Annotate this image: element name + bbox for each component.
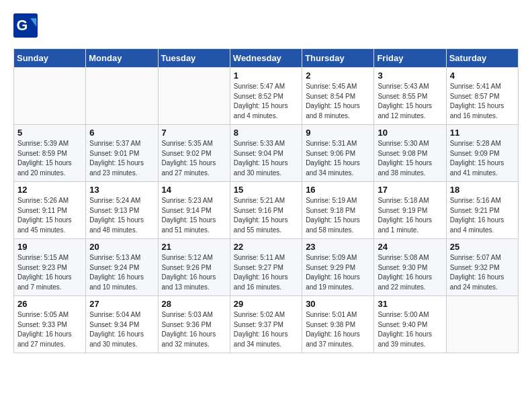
day-number: 26	[17, 299, 82, 309]
calendar-cell: 31Sunrise: 5:00 AM Sunset: 9:40 PM Dayli…	[374, 296, 446, 353]
calendar-cell: 3Sunrise: 5:43 AM Sunset: 8:55 PM Daylig…	[374, 68, 446, 125]
day-number: 12	[17, 185, 82, 195]
calendar-cell: 24Sunrise: 5:08 AM Sunset: 9:30 PM Dayli…	[374, 239, 446, 296]
day-number: 15	[234, 185, 298, 195]
calendar-cell: 9Sunrise: 5:31 AM Sunset: 9:06 PM Daylig…	[302, 125, 374, 182]
logo: G	[13, 13, 40, 38]
day-info: Sunrise: 5:09 AM Sunset: 9:29 PM Dayligh…	[306, 253, 370, 292]
day-info: Sunrise: 5:11 AM Sunset: 9:27 PM Dayligh…	[234, 253, 298, 292]
day-info: Sunrise: 5:28 AM Sunset: 9:09 PM Dayligh…	[450, 139, 515, 178]
day-number: 23	[306, 242, 370, 252]
calendar-cell: 13Sunrise: 5:24 AM Sunset: 9:13 PM Dayli…	[86, 182, 158, 239]
calendar-week-row: 1Sunrise: 5:47 AM Sunset: 8:52 PM Daylig…	[14, 68, 519, 125]
day-info: Sunrise: 5:23 AM Sunset: 9:14 PM Dayligh…	[162, 196, 226, 235]
calendar-cell: 19Sunrise: 5:15 AM Sunset: 9:23 PM Dayli…	[14, 239, 86, 296]
day-number: 24	[378, 242, 442, 252]
day-info: Sunrise: 5:15 AM Sunset: 9:23 PM Dayligh…	[17, 253, 82, 292]
day-info: Sunrise: 5:04 AM Sunset: 9:34 PM Dayligh…	[89, 310, 154, 349]
day-info: Sunrise: 5:03 AM Sunset: 9:36 PM Dayligh…	[162, 310, 226, 349]
day-info: Sunrise: 5:07 AM Sunset: 9:32 PM Dayligh…	[450, 253, 515, 292]
calendar-week-row: 26Sunrise: 5:05 AM Sunset: 9:33 PM Dayli…	[14, 296, 519, 353]
calendar-cell: 21Sunrise: 5:12 AM Sunset: 9:26 PM Dayli…	[158, 239, 230, 296]
page-header: G	[13, 13, 519, 38]
day-info: Sunrise: 5:13 AM Sunset: 9:24 PM Dayligh…	[89, 253, 154, 292]
day-info: Sunrise: 5:21 AM Sunset: 9:16 PM Dayligh…	[234, 196, 298, 235]
day-info: Sunrise: 5:24 AM Sunset: 9:13 PM Dayligh…	[89, 196, 154, 235]
calendar-cell: 8Sunrise: 5:33 AM Sunset: 9:04 PM Daylig…	[230, 125, 302, 182]
calendar-cell: 16Sunrise: 5:19 AM Sunset: 9:18 PM Dayli…	[302, 182, 374, 239]
day-info: Sunrise: 5:05 AM Sunset: 9:33 PM Dayligh…	[17, 310, 82, 349]
day-number: 18	[450, 185, 515, 195]
calendar-cell: 27Sunrise: 5:04 AM Sunset: 9:34 PM Dayli…	[86, 296, 158, 353]
calendar-cell	[86, 68, 158, 125]
day-info: Sunrise: 5:37 AM Sunset: 9:01 PM Dayligh…	[89, 139, 154, 178]
day-number: 17	[378, 185, 442, 195]
calendar-cell	[446, 296, 518, 353]
calendar-cell: 15Sunrise: 5:21 AM Sunset: 9:16 PM Dayli…	[230, 182, 302, 239]
logo-icon: G	[13, 13, 38, 38]
day-info: Sunrise: 5:01 AM Sunset: 9:38 PM Dayligh…	[306, 310, 370, 349]
calendar-cell: 12Sunrise: 5:26 AM Sunset: 9:11 PM Dayli…	[14, 182, 86, 239]
calendar-cell: 23Sunrise: 5:09 AM Sunset: 9:29 PM Dayli…	[302, 239, 374, 296]
day-info: Sunrise: 5:31 AM Sunset: 9:06 PM Dayligh…	[306, 139, 370, 178]
day-info: Sunrise: 5:33 AM Sunset: 9:04 PM Dayligh…	[234, 139, 298, 178]
day-info: Sunrise: 5:47 AM Sunset: 8:52 PM Dayligh…	[234, 82, 298, 121]
calendar-body: 1Sunrise: 5:47 AM Sunset: 8:52 PM Daylig…	[14, 68, 519, 353]
day-number: 22	[234, 242, 298, 252]
day-info: Sunrise: 5:35 AM Sunset: 9:02 PM Dayligh…	[162, 139, 226, 178]
day-number: 7	[162, 128, 226, 138]
day-info: Sunrise: 5:08 AM Sunset: 9:30 PM Dayligh…	[378, 253, 442, 292]
calendar-header-friday: Friday	[374, 49, 446, 68]
calendar-cell: 5Sunrise: 5:39 AM Sunset: 8:59 PM Daylig…	[14, 125, 86, 182]
calendar-cell: 26Sunrise: 5:05 AM Sunset: 9:33 PM Dayli…	[14, 296, 86, 353]
day-number: 3	[378, 71, 442, 81]
calendar-cell: 1Sunrise: 5:47 AM Sunset: 8:52 PM Daylig…	[230, 68, 302, 125]
calendar-cell: 22Sunrise: 5:11 AM Sunset: 9:27 PM Dayli…	[230, 239, 302, 296]
day-number: 31	[378, 299, 442, 309]
day-info: Sunrise: 5:43 AM Sunset: 8:55 PM Dayligh…	[378, 82, 442, 121]
calendar-week-row: 12Sunrise: 5:26 AM Sunset: 9:11 PM Dayli…	[14, 182, 519, 239]
calendar-week-row: 19Sunrise: 5:15 AM Sunset: 9:23 PM Dayli…	[14, 239, 519, 296]
calendar-cell	[14, 68, 86, 125]
calendar-cell: 18Sunrise: 5:16 AM Sunset: 9:21 PM Dayli…	[446, 182, 518, 239]
day-number: 21	[162, 242, 226, 252]
calendar-cell: 25Sunrise: 5:07 AM Sunset: 9:32 PM Dayli…	[446, 239, 518, 296]
day-info: Sunrise: 5:19 AM Sunset: 9:18 PM Dayligh…	[306, 196, 370, 235]
day-number: 28	[162, 299, 226, 309]
day-info: Sunrise: 5:26 AM Sunset: 9:11 PM Dayligh…	[17, 196, 82, 235]
calendar-cell: 7Sunrise: 5:35 AM Sunset: 9:02 PM Daylig…	[158, 125, 230, 182]
day-number: 13	[89, 185, 154, 195]
calendar-header-sunday: Sunday	[14, 49, 86, 68]
calendar-header-wednesday: Wednesday	[230, 49, 302, 68]
calendar-cell: 29Sunrise: 5:02 AM Sunset: 9:37 PM Dayli…	[230, 296, 302, 353]
calendar-header-tuesday: Tuesday	[158, 49, 230, 68]
day-number: 30	[306, 299, 370, 309]
day-number: 5	[17, 128, 82, 138]
day-info: Sunrise: 5:00 AM Sunset: 9:40 PM Dayligh…	[378, 310, 442, 349]
calendar-cell: 20Sunrise: 5:13 AM Sunset: 9:24 PM Dayli…	[86, 239, 158, 296]
calendar-cell: 11Sunrise: 5:28 AM Sunset: 9:09 PM Dayli…	[446, 125, 518, 182]
day-number: 25	[450, 242, 515, 252]
day-number: 16	[306, 185, 370, 195]
day-info: Sunrise: 5:18 AM Sunset: 9:19 PM Dayligh…	[378, 196, 442, 235]
calendar-header-saturday: Saturday	[446, 49, 518, 68]
day-info: Sunrise: 5:30 AM Sunset: 9:08 PM Dayligh…	[378, 139, 442, 178]
day-number: 1	[234, 71, 298, 81]
calendar-header-monday: Monday	[86, 49, 158, 68]
calendar-cell: 6Sunrise: 5:37 AM Sunset: 9:01 PM Daylig…	[86, 125, 158, 182]
day-number: 20	[89, 242, 154, 252]
day-info: Sunrise: 5:39 AM Sunset: 8:59 PM Dayligh…	[17, 139, 82, 178]
day-number: 14	[162, 185, 226, 195]
day-info: Sunrise: 5:12 AM Sunset: 9:26 PM Dayligh…	[162, 253, 226, 292]
calendar-cell: 2Sunrise: 5:45 AM Sunset: 8:54 PM Daylig…	[302, 68, 374, 125]
day-number: 29	[234, 299, 298, 309]
day-info: Sunrise: 5:02 AM Sunset: 9:37 PM Dayligh…	[234, 310, 298, 349]
day-number: 10	[378, 128, 442, 138]
calendar-cell: 10Sunrise: 5:30 AM Sunset: 9:08 PM Dayli…	[374, 125, 446, 182]
calendar-table: SundayMondayTuesdayWednesdayThursdayFrid…	[13, 48, 519, 353]
day-number: 4	[450, 71, 515, 81]
calendar-cell: 17Sunrise: 5:18 AM Sunset: 9:19 PM Dayli…	[374, 182, 446, 239]
calendar-cell: 28Sunrise: 5:03 AM Sunset: 9:36 PM Dayli…	[158, 296, 230, 353]
calendar-week-row: 5Sunrise: 5:39 AM Sunset: 8:59 PM Daylig…	[14, 125, 519, 182]
calendar-cell	[158, 68, 230, 125]
